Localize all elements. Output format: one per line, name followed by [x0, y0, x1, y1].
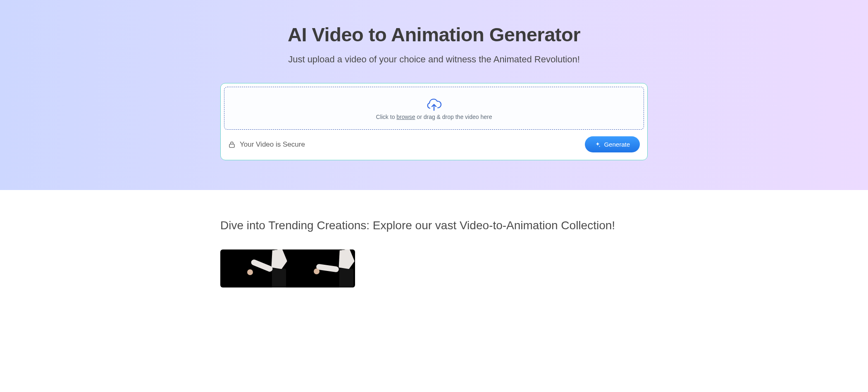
svg-rect-0 — [229, 144, 234, 147]
sparkle-icon — [595, 142, 601, 147]
upload-card: Click to browse or drag & drop the video… — [220, 83, 648, 160]
page-title: AI Video to Animation Generator — [288, 23, 580, 46]
secure-label: Your Video is Secure — [240, 140, 305, 149]
gallery-section: Dive into Trending Creations: Explore ou… — [0, 190, 868, 312]
upload-dropzone[interactable]: Click to browse or drag & drop the video… — [224, 87, 644, 130]
lock-icon — [228, 141, 236, 148]
dropzone-prefix: Click to — [376, 114, 397, 120]
upload-card-footer: Your Video is Secure Generate — [224, 130, 644, 157]
hero-section: AI Video to Animation Generator Just upl… — [0, 0, 868, 190]
dropzone-suffix: or drag & drop the video here — [415, 114, 492, 120]
gallery-thumbnail[interactable] — [288, 249, 355, 287]
gallery-title: Dive into Trending Creations: Explore ou… — [220, 219, 648, 232]
secure-indicator: Your Video is Secure — [228, 140, 305, 149]
gallery-thumb-row — [220, 249, 648, 287]
gallery-thumbnail[interactable] — [220, 249, 288, 287]
generate-button-label: Generate — [604, 141, 630, 148]
cloud-upload-icon — [427, 99, 441, 111]
browse-link[interactable]: browse — [396, 114, 415, 120]
generate-button[interactable]: Generate — [585, 136, 640, 152]
page-subtitle: Just upload a video of your choice and w… — [288, 54, 580, 65]
dropzone-help-text: Click to browse or drag & drop the video… — [376, 114, 492, 120]
